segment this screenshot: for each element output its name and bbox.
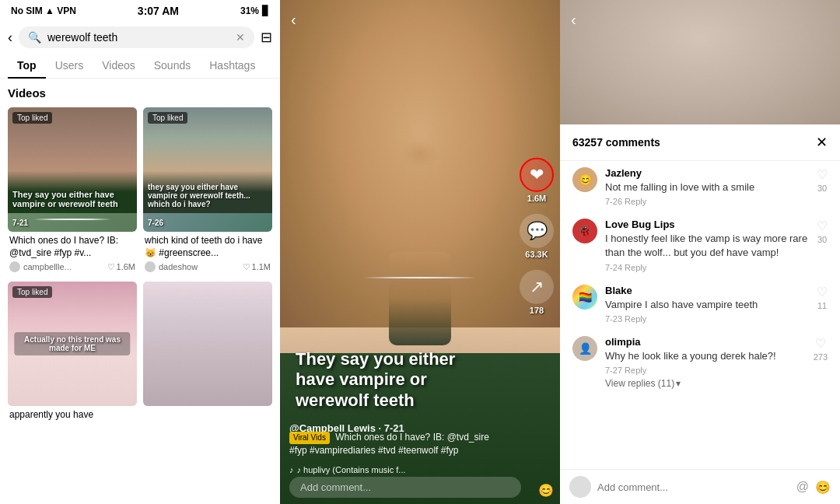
comment-like-3: ♡ 11 bbox=[817, 285, 828, 310]
video-info-3: apparently you have bbox=[8, 406, 137, 425]
comment-content-4: olimpia Why he look like a young derek h… bbox=[605, 336, 806, 389]
status-battery: 31% ▊ bbox=[240, 5, 269, 16]
emoji-comment-icon[interactable]: 😊 bbox=[815, 480, 831, 495]
tab-videos[interactable]: Videos bbox=[93, 53, 145, 78]
video-overlay-1: They say you either have vampire or were… bbox=[12, 190, 132, 208]
comment-button[interactable]: 💬 63.3K bbox=[520, 214, 554, 259]
comment-heart-4[interactable]: ♡ bbox=[815, 336, 826, 351]
comment-meta-3: 7-23 Reply bbox=[605, 314, 809, 324]
heart-icon-2: ♡ bbox=[243, 262, 250, 272]
top-liked-badge-3: Top liked bbox=[12, 286, 52, 298]
video-card-3[interactable]: Top liked Actually no this trend was mad… bbox=[8, 282, 137, 425]
comment-avatar-4: 👤 bbox=[572, 336, 597, 361]
comment-likes-count-1: 30 bbox=[817, 184, 827, 193]
video-actions: ❤ 1.6M 💬 63.3K ↗ 178 bbox=[520, 158, 554, 315]
tab-top[interactable]: Top bbox=[8, 53, 46, 78]
video-avatar-1 bbox=[9, 261, 20, 272]
video-card-4[interactable] bbox=[143, 282, 272, 425]
content-area: Videos Top liked They say you either hav… bbox=[0, 79, 280, 504]
tab-sounds[interactable]: Sounds bbox=[145, 53, 200, 78]
comment-like-4: ♡ 273 bbox=[814, 336, 828, 362]
video-back-button[interactable]: ‹ bbox=[291, 11, 296, 29]
emoji-icon[interactable]: 😊 bbox=[538, 483, 554, 498]
duration-1: 7-21 bbox=[12, 219, 28, 227]
search-tabs: Top Users Videos Sounds Hashtags bbox=[0, 53, 280, 79]
video-meta-2: dadeshow ♡ 1.1M bbox=[145, 261, 271, 272]
share-button[interactable]: ↗ 178 bbox=[520, 270, 554, 315]
search-query-text: werewolf teeth bbox=[47, 31, 229, 44]
clear-search-button[interactable]: ✕ bbox=[236, 31, 245, 44]
comment-item-3: 🏳‍🌈 Blake Vampire I also have vampire te… bbox=[572, 285, 828, 324]
video-title-1: Which ones do I have? IB: @tvd_sire #fyp… bbox=[9, 235, 135, 259]
right-back-button[interactable]: ‹ bbox=[571, 11, 576, 29]
left-panel: No SIM ▲ VPN 3:07 AM 31% ▊ ‹ 🔍 werewolf … bbox=[0, 0, 280, 504]
music-text: ♪ huplivy (Contains music f... bbox=[297, 465, 406, 474]
tab-users[interactable]: Users bbox=[46, 53, 93, 78]
top-liked-badge-2: Top liked bbox=[148, 112, 187, 124]
carrier-text: No SIM ▲ VPN bbox=[11, 5, 76, 16]
video-author-2: dadeshow bbox=[159, 262, 198, 271]
video-comment-input[interactable]: Add comment... bbox=[289, 477, 521, 498]
comment-icon-player: 💬 bbox=[520, 214, 554, 248]
filter-button[interactable]: ⊟ bbox=[261, 29, 272, 46]
comment-meta-4: 7-27 Reply bbox=[605, 366, 806, 375]
status-bar: No SIM ▲ VPN 3:07 AM 31% ▊ bbox=[0, 0, 280, 22]
status-carrier: No SIM ▲ VPN bbox=[11, 5, 76, 16]
video-neck bbox=[389, 252, 451, 345]
comment-text-2: I honestly feel like the vamp is way mor… bbox=[605, 232, 809, 260]
like-button[interactable]: ❤ 1.6M bbox=[520, 158, 554, 203]
view-replies-4[interactable]: View replies (11) ▾ bbox=[605, 378, 806, 389]
comments-close-button[interactable]: ✕ bbox=[816, 134, 828, 151]
video-info-2: which kind of teeth do i have 😸 #greensc… bbox=[143, 232, 272, 275]
right-face bbox=[560, 0, 840, 124]
video-avatar-2 bbox=[145, 261, 156, 272]
music-icon: ♪ bbox=[289, 465, 294, 474]
comment-content-3: Blake Vampire I also have vampire teeth … bbox=[605, 285, 809, 324]
heart-icon-1: ♡ bbox=[107, 262, 115, 272]
comment-content-1: Jazleny Not me falling in love with a sm… bbox=[605, 167, 809, 206]
comment-meta-2: 7-24 Reply bbox=[605, 263, 809, 272]
thumb-face-4 bbox=[143, 282, 272, 406]
section-title: Videos bbox=[8, 86, 272, 100]
video-thumb-4 bbox=[143, 282, 272, 406]
video-likes-1: ♡ 1.6M bbox=[107, 262, 135, 272]
comment-avatar-3: 🏳‍🌈 bbox=[572, 285, 597, 310]
video-card-2[interactable]: Top liked they say you either have vampi… bbox=[143, 107, 272, 275]
comment-input-bar: @ 😊 bbox=[560, 469, 840, 504]
comments-list: 😊 Jazleny Not me falling in love with a … bbox=[560, 161, 840, 469]
video-tag: Viral Vids bbox=[289, 432, 330, 444]
like-count: 1.6M bbox=[527, 194, 546, 203]
comment-heart-2[interactable]: ♡ bbox=[817, 219, 828, 233]
video-likes-2: ♡ 1.1M bbox=[243, 262, 271, 272]
search-input-wrap[interactable]: 🔍 werewolf teeth ✕ bbox=[19, 26, 254, 48]
video-info-1: Which ones do I have? IB: @tvd_sire #fyp… bbox=[8, 232, 137, 275]
right-video-preview: ‹ bbox=[560, 0, 840, 124]
comment-count: 63.3K bbox=[525, 250, 548, 259]
comment-heart-3[interactable]: ♡ bbox=[817, 285, 828, 299]
video-player-panel: ‹ They say you either have vampire or we… bbox=[280, 0, 560, 504]
video-grid: Top liked They say you either have vampi… bbox=[8, 107, 272, 425]
comment-item-1: 😊 Jazleny Not me falling in love with a … bbox=[572, 167, 828, 206]
comment-username-2: Love Bug Lips bbox=[605, 219, 809, 230]
comment-likes-count-2: 30 bbox=[817, 235, 827, 244]
chain-1 bbox=[33, 219, 111, 220]
comment-content-2: Love Bug Lips I honestly feel like the v… bbox=[605, 219, 809, 271]
video-thumb-2: Top liked they say you either have vampi… bbox=[143, 107, 272, 232]
comment-placeholder: Add comment... bbox=[300, 481, 371, 493]
video-info-4 bbox=[143, 406, 272, 412]
overlay-badge-3: Actually no this trend was made for ME bbox=[14, 332, 130, 355]
tab-hashtags[interactable]: Hashtags bbox=[200, 53, 264, 78]
search-bar: ‹ 🔍 werewolf teeth ✕ ⊟ bbox=[0, 22, 280, 53]
comment-meta-1: 7-26 Reply bbox=[605, 197, 809, 206]
comment-likes-count-3: 11 bbox=[817, 301, 827, 310]
comment-input-icons: @ 😊 bbox=[796, 480, 831, 495]
back-button[interactable]: ‹ bbox=[8, 30, 12, 46]
search-icon: 🔍 bbox=[28, 31, 41, 44]
video-thumb-3: Top liked Actually no this trend was mad… bbox=[8, 282, 137, 406]
video-card-1[interactable]: Top liked They say you either have vampi… bbox=[8, 107, 137, 275]
comment-heart-1[interactable]: ♡ bbox=[817, 167, 828, 182]
video-author-1: campbellle... bbox=[23, 262, 72, 271]
mention-icon[interactable]: @ bbox=[796, 480, 809, 494]
comments-count-title: 63257 comments bbox=[572, 136, 660, 149]
comment-input-field[interactable] bbox=[597, 481, 790, 493]
